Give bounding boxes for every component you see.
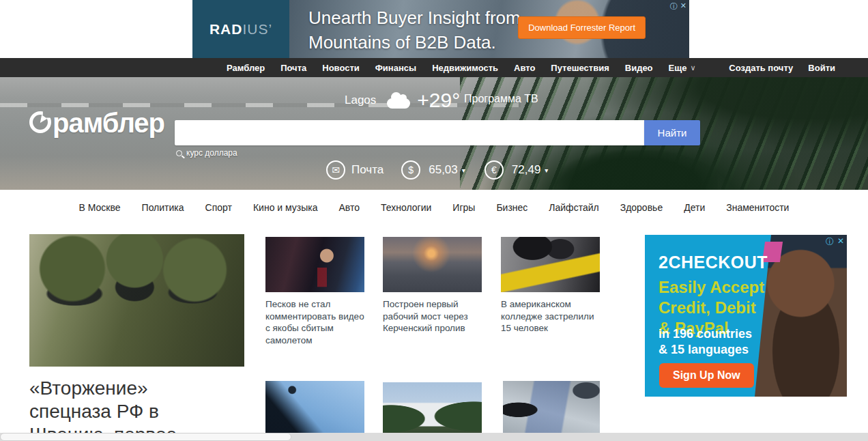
article-title[interactable]: Песков не стал комментировать видео с як… [265, 298, 369, 346]
nav-item-news[interactable]: Новости [322, 63, 360, 73]
top-banner-ad[interactable]: RADIUS’ Unearth Buyer Insight from Mount… [192, 0, 689, 58]
category-health[interactable]: Здоровье [620, 202, 663, 213]
category-navigation: В Москве Политика Спорт Кино и музыка Ав… [0, 190, 868, 225]
caret-down-icon[interactable]: ▾ [462, 167, 465, 174]
banner-headline: Unearth Buyer Insight from Mountains of … [308, 5, 521, 55]
mail-label: Почта [351, 163, 384, 177]
eur-rate-widget[interactable]: € 72,49 ▾ [484, 160, 549, 180]
search-suggestion-text: курс доллара [186, 148, 237, 158]
banner-adchoices: ⓘ ✕ [670, 1, 686, 12]
nav-item-auto[interactable]: Авто [514, 63, 535, 73]
article-image-jet[interactable] [265, 381, 364, 441]
dollar-icon: $ [401, 160, 420, 180]
adchoices-info-icon[interactable]: ⓘ [826, 236, 834, 248]
search-suggestion[interactable]: курс доллара [176, 148, 237, 158]
nav-item-video[interactable]: Видео [625, 63, 653, 73]
category-politics[interactable]: Политика [142, 202, 184, 213]
search-icon [176, 150, 182, 156]
ad-close-icon[interactable]: ✕ [680, 1, 686, 12]
caret-down-icon[interactable]: ▾ [545, 167, 548, 174]
top-nav-links: Рамблер Почта Новости Финансы Недвижимос… [227, 58, 696, 77]
category-tech[interactable]: Технологии [381, 202, 431, 213]
article-image-peskov[interactable] [265, 237, 364, 292]
sidebar-ad-subtext: in 196 countries & 15 languages [659, 326, 752, 358]
sidebar-ad-brand: 2CHECKOUT [659, 253, 768, 272]
nav-item-travel[interactable]: Путешествия [551, 63, 609, 73]
tv-guide-link[interactable]: Программа ТВ [464, 93, 538, 105]
nav-item-rambler[interactable]: Рамблер [227, 63, 265, 73]
mail-quick-link[interactable]: ✉ Почта [326, 160, 384, 180]
ad-close-icon[interactable]: ✕ [837, 236, 844, 248]
login-link[interactable]: Войти [808, 63, 835, 73]
nav-item-finance[interactable]: Финансы [375, 63, 416, 73]
cloud-icon [387, 98, 410, 109]
banner-cta-button[interactable]: Download Forrester Report [518, 16, 646, 39]
rambler-logo-text: рамблер [53, 109, 164, 137]
sidebar-ad-adchoices: ⓘ ✕ [826, 236, 844, 248]
article-image-kerch-bridge[interactable] [383, 237, 482, 292]
hero-plant-photo [554, 150, 718, 190]
article-image-aeroflot[interactable] [503, 381, 600, 441]
category-business[interactable]: Бизнес [496, 202, 527, 213]
top-nav-account-links: Создать почту Войти [729, 58, 835, 77]
horizontal-scrollbar-thumb[interactable] [0, 433, 291, 441]
banner-creative[interactable]: Unearth Buyer Insight from Mountains of … [289, 0, 689, 58]
lead-article-image[interactable] [29, 234, 244, 367]
rambler-logo[interactable]: рамблер [29, 109, 164, 137]
article-title[interactable]: Построен первый рабочий мост через Керче… [383, 298, 487, 335]
chevron-down-icon: ∨ [690, 63, 695, 72]
banner-advertiser-logo: RADIUS’ [192, 0, 289, 58]
adchoices-info-icon[interactable]: ⓘ [670, 1, 678, 12]
banner-brand-text: RADIUS’ [209, 21, 272, 38]
rambler-logo-icon [29, 111, 51, 133]
quick-links-row: ✉ Почта $ 65,03 ▾ € 72,49 ▾ [326, 160, 548, 180]
sidebar-ad-cta-button[interactable]: Sign Up Now [659, 363, 754, 388]
euro-icon: € [484, 160, 504, 180]
nav-item-realty[interactable]: Недвижимость [432, 63, 498, 73]
rambler-homepage: RADIUS’ Unearth Buyer Insight from Mount… [0, 0, 868, 441]
weather-widget[interactable]: Lagos +29° [345, 89, 460, 112]
nav-item-mail[interactable]: Почта [280, 63, 306, 73]
mail-icon: ✉ [326, 160, 345, 180]
search-input[interactable] [175, 120, 644, 145]
usd-rate-value: 65,03 [429, 163, 458, 177]
usd-rate-widget[interactable]: $ 65,03 ▾ [401, 160, 465, 180]
article-title[interactable]: В американском колледже застрелили 15 че… [501, 298, 605, 335]
weather-city: Lagos [345, 94, 376, 107]
category-moscow[interactable]: В Москве [79, 202, 121, 213]
category-lifestyle[interactable]: Лайфстайл [549, 202, 598, 213]
horizontal-scrollbar-track[interactable] [0, 433, 868, 441]
category-cinema-music[interactable]: Кино и музыка [253, 202, 318, 213]
top-navigation-bar: Рамблер Почта Новости Финансы Недвижимос… [0, 58, 868, 77]
category-kids[interactable]: Дети [684, 202, 705, 213]
search-button[interactable]: Найти [644, 120, 700, 145]
eur-rate-value: 72,49 [512, 163, 541, 177]
category-sport[interactable]: Спорт [205, 202, 232, 213]
create-mail-link[interactable]: Создать почту [729, 63, 793, 73]
category-games[interactable]: Игры [452, 202, 475, 213]
weather-temperature: +29° [417, 89, 460, 112]
nav-item-more[interactable]: Еще∨ [669, 63, 696, 73]
category-celebrities[interactable]: Знаменитости [726, 202, 789, 213]
lead-article-headline[interactable]: «Вторжение» спецназа РФ в Швецию, первое [29, 377, 255, 441]
sidebar-ad-2checkout[interactable]: 2CHECKOUT Easily Accept Credit, Debit & … [645, 235, 847, 397]
article-image-police-tape[interactable] [501, 237, 600, 292]
category-auto[interactable]: Авто [339, 202, 360, 213]
